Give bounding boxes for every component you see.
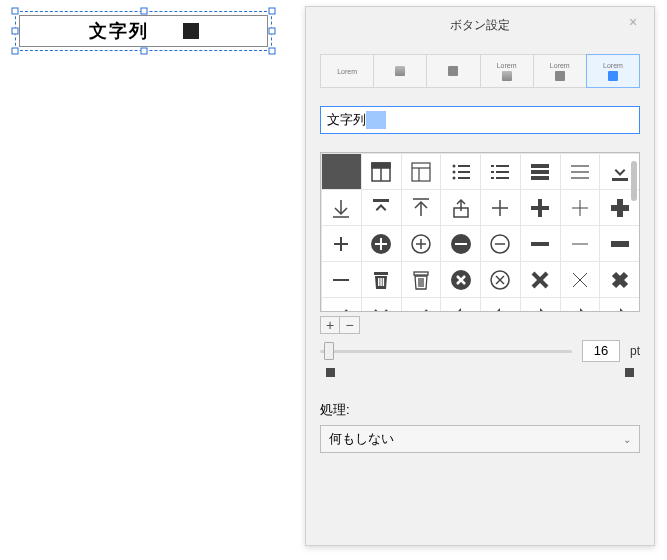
- icon-circle-x-fill[interactable]: [440, 261, 481, 298]
- icon-arrows-misc-1[interactable]: [361, 297, 402, 312]
- icon-x-heavy[interactable]: [599, 261, 640, 298]
- style-tab-4[interactable]: Lorem: [534, 55, 587, 87]
- icon-misc-7[interactable]: [599, 297, 640, 312]
- icon-arrow-up[interactable]: [401, 189, 442, 226]
- svg-line-77: [335, 310, 347, 313]
- icon-misc-5[interactable]: [520, 297, 561, 312]
- selection-handle-s[interactable]: [140, 48, 147, 55]
- zoom-in-button[interactable]: +: [320, 316, 340, 334]
- selection-handle-sw[interactable]: [12, 48, 19, 55]
- selection-handle-nw[interactable]: [12, 8, 19, 15]
- processing-select[interactable]: 何もしない ⌄: [320, 425, 640, 453]
- icon-grid-scrollbar[interactable]: [631, 161, 637, 201]
- icon-x-bold[interactable]: [520, 261, 561, 298]
- svg-line-78: [415, 310, 427, 313]
- icon-misc-6[interactable]: [560, 297, 601, 312]
- svg-marker-83: [612, 308, 628, 313]
- style-tab-3[interactable]: Lorem: [481, 55, 534, 87]
- icon-plus-bold[interactable]: [520, 189, 561, 226]
- button-text-value: 文字列: [327, 111, 366, 129]
- icon-trash-fill[interactable]: [361, 261, 402, 298]
- color-swatch-left[interactable]: [326, 368, 335, 377]
- icon-x-thin[interactable]: [560, 261, 601, 298]
- text-selection: [366, 111, 386, 129]
- button-text-input[interactable]: 文字列: [320, 106, 640, 134]
- selection-handle-n[interactable]: [140, 8, 147, 15]
- icon-circle-plus[interactable]: [401, 225, 442, 262]
- style-tab-1[interactable]: [374, 55, 427, 87]
- icon-trash-outline[interactable]: [401, 261, 442, 298]
- selection-handle-w[interactable]: [12, 28, 19, 35]
- svg-point-7: [452, 164, 455, 167]
- icon-list-dots[interactable]: [440, 153, 481, 190]
- svg-rect-55: [611, 241, 629, 247]
- svg-rect-2: [372, 163, 390, 168]
- icon-filled-square[interactable]: [321, 153, 362, 190]
- icon-menu-thin[interactable]: [560, 153, 601, 190]
- selection-handle-ne[interactable]: [269, 8, 276, 15]
- size-slider[interactable]: [320, 340, 572, 362]
- icon-grid: [320, 152, 640, 312]
- icon-layout-quarter[interactable]: [401, 153, 442, 190]
- processing-select-value: 何もしない: [329, 430, 394, 448]
- icon-layout-half[interactable]: [361, 153, 402, 190]
- close-icon[interactable]: ×: [626, 15, 640, 29]
- svg-rect-40: [611, 205, 629, 211]
- svg-rect-11: [458, 171, 470, 173]
- svg-rect-0: [332, 163, 350, 181]
- style-tab-0[interactable]: Lorem: [321, 55, 374, 87]
- zoom-out-button[interactable]: −: [340, 316, 360, 334]
- icon-misc-4[interactable]: [480, 297, 521, 312]
- style-tab-2[interactable]: [427, 55, 480, 87]
- icon-circle-minus[interactable]: [480, 225, 521, 262]
- icon-list-lines[interactable]: [480, 153, 521, 190]
- icon-plus-line[interactable]: [321, 225, 362, 262]
- svg-rect-25: [612, 178, 628, 181]
- icon-circle-plus-fill[interactable]: [361, 225, 402, 262]
- icon-slash-2[interactable]: [401, 297, 442, 312]
- svg-rect-60: [383, 278, 385, 286]
- chevron-down-icon: ⌄: [623, 434, 631, 445]
- icon-minus-bold[interactable]: [520, 225, 561, 262]
- svg-rect-16: [496, 165, 509, 167]
- panel-header: ボタン設定 ×: [320, 15, 640, 46]
- svg-point-9: [452, 176, 455, 179]
- icon-slash[interactable]: [321, 297, 362, 312]
- color-swatch-right[interactable]: [625, 368, 634, 377]
- canvas-button-label: 文字列: [89, 19, 149, 43]
- style-tab-5[interactable]: Lorem: [586, 54, 640, 88]
- icon-menu-bold[interactable]: [520, 153, 561, 190]
- svg-rect-12: [458, 177, 470, 179]
- size-unit-label: pt: [630, 344, 640, 358]
- icon-upload[interactable]: [361, 189, 402, 226]
- svg-rect-10: [458, 165, 470, 167]
- icon-minus-thin[interactable]: [560, 225, 601, 262]
- icon-circle-minus-fill[interactable]: [440, 225, 481, 262]
- svg-marker-81: [532, 308, 548, 313]
- icon-plus-outline[interactable]: [480, 189, 521, 226]
- icon-arrow-down[interactable]: [321, 189, 362, 226]
- svg-rect-20: [531, 170, 549, 174]
- icon-plus-thin[interactable]: [560, 189, 601, 226]
- icon-minus-heavy[interactable]: [599, 225, 640, 262]
- svg-rect-61: [414, 272, 428, 275]
- svg-rect-45: [375, 243, 387, 245]
- svg-rect-14: [491, 171, 494, 173]
- size-value-input[interactable]: 16: [582, 340, 620, 362]
- style-tab-row: Lorem Lorem Lorem Lorem: [320, 54, 640, 88]
- canvas-button-icon: [183, 23, 199, 39]
- selection-handle-se[interactable]: [269, 48, 276, 55]
- svg-rect-21: [531, 176, 549, 180]
- size-slider-knob[interactable]: [324, 342, 334, 360]
- icon-minus-line[interactable]: [321, 261, 362, 298]
- svg-point-8: [452, 170, 455, 173]
- canvas-button[interactable]: 文字列: [19, 15, 268, 47]
- svg-marker-82: [572, 308, 588, 313]
- svg-marker-80: [492, 308, 508, 313]
- svg-rect-58: [378, 278, 380, 286]
- selection-handle-e[interactable]: [269, 28, 276, 35]
- svg-marker-79: [453, 308, 469, 313]
- icon-circle-x[interactable]: [480, 261, 521, 298]
- icon-misc-3[interactable]: [440, 297, 481, 312]
- icon-share-up[interactable]: [440, 189, 481, 226]
